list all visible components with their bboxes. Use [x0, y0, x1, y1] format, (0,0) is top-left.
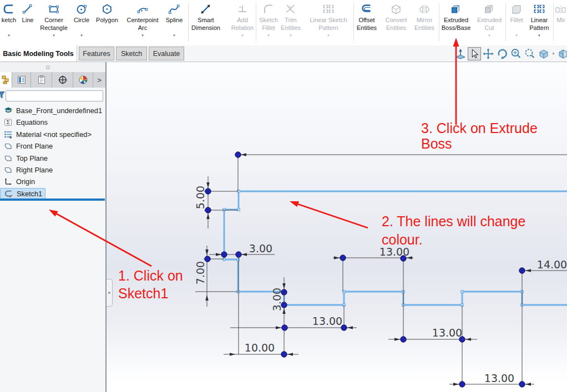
extruded-boss-base-dropdown-caret-icon: [440, 33, 472, 38]
toolbar-spline-button[interactable]: Spline ▼: [163, 2, 186, 38]
extruded-boss-base-icon: [440, 2, 472, 17]
tree-item-right-plane[interactable]: Right Plane: [0, 164, 105, 176]
toolbar-trim-entities-button: TrimEntities▼: [277, 2, 304, 38]
linear-sketch-pattern-dropdown-caret-icon[interactable]: ▼: [306, 33, 351, 38]
reattach-sketch-button[interactable]: [454, 47, 467, 60]
toolbar-circle-button[interactable]: Circle ▼: [70, 2, 93, 38]
tree-item-front-plane[interactable]: Front Plane: [0, 140, 105, 152]
dimxpert-manager-icon: [58, 75, 68, 85]
rotate-button[interactable]: [495, 47, 509, 60]
panel-tabs-expand-arrow[interactable]: >: [93, 72, 105, 88]
corner-rectangle-dropdown-caret-icon[interactable]: ▼: [36, 33, 72, 38]
tab-evaluate[interactable]: Evaluate: [149, 47, 184, 60]
toolbar-extruded-cut-button: ExtrudedCut▼: [475, 2, 504, 38]
tab-features[interactable]: Features: [79, 47, 114, 60]
line-icon: [18, 2, 38, 17]
display-manager-icon: [78, 75, 88, 85]
toolbar-linear-pattern-button[interactable]: LinearPattern▼: [526, 2, 552, 38]
toolbar-separator: [256, 3, 256, 41]
pan-icon: [482, 47, 495, 60]
toolbar-offset-entities-button[interactable]: OffsetEntities: [354, 2, 379, 38]
zoom-to-area-button[interactable]: [523, 47, 536, 60]
polygon-dropdown-caret-icon: [93, 33, 122, 38]
linear-pattern-icon: [526, 2, 552, 17]
display-style-icon: [556, 47, 567, 60]
pan-button[interactable]: [482, 47, 495, 60]
select-cursor-button[interactable]: [468, 47, 481, 60]
corner-rectangle-icon: [36, 2, 72, 17]
toolbar-fillet-button: Fillet ▼: [506, 2, 527, 38]
display-style-button[interactable]: [556, 47, 567, 60]
add-relation-dropdown-caret-icon[interactable]: ▼: [228, 33, 257, 38]
extruded-cut-dropdown-caret-icon[interactable]: ▼: [475, 33, 504, 38]
panel-divider[interactable]: [105, 62, 107, 392]
panel-tab-property-manager[interactable]: [12, 72, 31, 88]
linear-sketch-pattern-icon: [306, 2, 351, 17]
centerpoint-arc-dropdown-caret-icon[interactable]: ▼: [123, 33, 163, 38]
tree-item-equations[interactable]: ΣEquations: [0, 116, 105, 128]
spline-dropdown-caret-icon[interactable]: ▼: [163, 33, 186, 38]
toolbar-extruded-boss-base-button[interactable]: ExtrudedBoss/Base: [440, 2, 472, 38]
plane-icon: [4, 166, 13, 175]
tree-item-label: Origin: [16, 177, 35, 186]
zoom-to-fit-icon: [509, 47, 523, 60]
plane-icon: [4, 154, 13, 162]
panel-collapse-handle[interactable]: [107, 279, 113, 307]
line-dropdown-caret-icon: [18, 33, 38, 38]
toolbar-smart-dimension-button[interactable]: SmartDimension: [189, 2, 223, 38]
tree-filter-box[interactable]: [6, 90, 103, 101]
convert-entities-dropdown-caret-icon: [382, 33, 410, 38]
view-orientation-caret-icon[interactable]: ▼: [551, 52, 556, 55]
trim-entities-dropdown-caret-icon[interactable]: ▼: [277, 33, 304, 38]
toolbar-mirror-entities-button: MirrorEntities: [412, 2, 437, 38]
panel-splitter[interactable]: [0, 62, 105, 73]
configuration-manager-icon: [37, 75, 47, 85]
offset-entities-dropdown-caret-icon: [354, 33, 379, 38]
tab-sketch[interactable]: Sketch: [116, 47, 147, 60]
feature-manager-design-tree-icon: [1, 75, 11, 85]
toolbar-convert-entities-button: ConvertEntities: [382, 2, 410, 38]
fillet-dropdown-caret-icon[interactable]: ▼: [506, 33, 527, 38]
panel-tab-display-manager[interactable]: [73, 72, 93, 88]
panel-tab-feature-manager-design-tree[interactable]: [0, 72, 12, 88]
tree-item-label: Top Plane: [16, 154, 48, 162]
trim-entities-icon: [277, 2, 304, 17]
view-orientation-button[interactable]: [537, 47, 550, 60]
toolbar-polygon-button[interactable]: Polygon: [93, 2, 122, 38]
toolbar-centerpoint-arc-button[interactable]: CenterpointArc▼: [123, 2, 163, 38]
tree-item-base-front-underdefined1[interactable]: Base_Front_underdefined1: [0, 105, 105, 116]
rollback-bar[interactable]: [0, 198, 105, 201]
solidworks-window: ketch ▼Line CornerRectangle▼Circle ▼Poly…: [0, 0, 567, 392]
tree-item-label: Material <not specified>: [16, 130, 92, 139]
panel-tab-configuration-manager[interactable]: [31, 72, 52, 88]
tree-item-label: Front Plane: [16, 142, 53, 150]
offset-entities-icon: [354, 2, 379, 17]
toolbar-corner-rectangle-button[interactable]: CornerRectangle▼: [36, 2, 72, 38]
toolbar-line-button[interactable]: Line: [18, 2, 38, 38]
toolbar-separator: [188, 3, 189, 41]
toolbar-separator: [439, 3, 439, 41]
tab-basic-modeling-tools[interactable]: Basic Modeling Tools: [0, 45, 77, 62]
spline-icon: [163, 2, 186, 17]
tree-item-sketch1[interactable]: Sketch1: [0, 188, 105, 200]
reattach-sketch-icon: [454, 47, 467, 60]
graphics-area[interactable]: [107, 62, 567, 392]
panel-tab-dimxpert-manager[interactable]: [52, 72, 73, 88]
mir-icon: [553, 2, 567, 17]
circle-dropdown-caret-icon[interactable]: ▼: [70, 33, 93, 38]
zoom-to-fit-button[interactable]: [509, 47, 523, 60]
convert-entities-icon: [382, 2, 410, 17]
tree-item-material-not-specified[interactable]: Material <not specified>: [0, 129, 105, 140]
linear-pattern-dropdown-caret-icon[interactable]: ▼: [526, 33, 552, 38]
smart-dimension-icon: [189, 2, 223, 17]
tree-item-top-plane[interactable]: Top Plane: [0, 152, 105, 164]
rotate-icon: [495, 47, 509, 60]
plane-icon: [4, 142, 13, 151]
tree-item-origin[interactable]: Origin: [0, 176, 105, 187]
command-manager-toolbar: ketch ▼Line CornerRectangle▼Circle ▼Poly…: [0, 0, 567, 46]
fillet-icon: [506, 2, 527, 17]
tree-item-label: Right Plane: [16, 166, 53, 174]
tree-item-label: Base_Front_underdefined1: [16, 106, 102, 115]
sketch-icon: [4, 189, 14, 198]
origin-icon: [4, 177, 13, 186]
